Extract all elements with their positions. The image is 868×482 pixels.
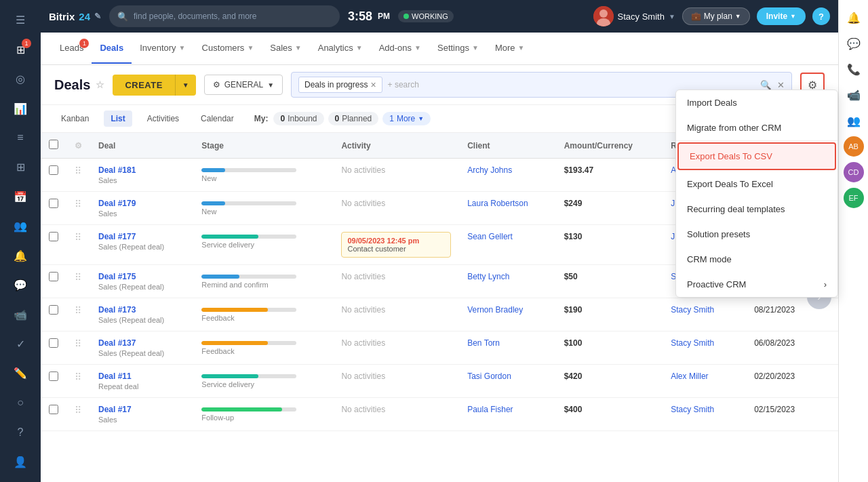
filter-tag-remove-icon[interactable]: ×	[370, 79, 376, 90]
view-activities-button[interactable]: Activities	[140, 111, 186, 127]
rs-chat-icon[interactable]: 💬	[842, 31, 866, 56]
drag-handle-icon[interactable]: ⠿	[75, 405, 81, 416]
drag-handle-icon[interactable]: ⠿	[75, 232, 81, 243]
row-checkbox[interactable]	[49, 232, 58, 241]
deal-link[interactable]: Deal #179	[98, 199, 136, 208]
rs-video-icon[interactable]: 📹	[842, 83, 866, 107]
select-all-checkbox[interactable]	[49, 140, 58, 149]
my-planned-tag[interactable]: 0 Planned	[328, 112, 379, 125]
filter-search-button[interactable]: 🔍	[760, 80, 772, 90]
row-checkbox[interactable]	[49, 272, 58, 281]
dropdown-item-proactive-crm[interactable]: Proactive CRM›	[676, 272, 837, 297]
sidebar-user-icon[interactable]: 👤	[7, 449, 34, 475]
nav-item-settings[interactable]: Settings ▼	[429, 33, 487, 64]
drag-handle-icon[interactable]: ⠿	[75, 371, 81, 382]
sidebar-bell-icon[interactable]: 🔔	[7, 243, 34, 269]
dropdown-item-crm-mode[interactable]: CRM mode	[676, 247, 837, 272]
user-info[interactable]: Stacy Smith ▼	[593, 6, 675, 26]
my-plan-button[interactable]: 💼 My plan ▼	[682, 7, 750, 25]
nav-item-addons[interactable]: Add-ons ▼	[371, 33, 429, 64]
view-list-button[interactable]: List	[104, 111, 132, 127]
client-link[interactable]: Laura Robertson	[467, 199, 528, 208]
deal-link[interactable]: Deal #175	[98, 272, 136, 281]
row-checkbox[interactable]	[49, 165, 58, 175]
dropdown-item-export-excel[interactable]: Export Deals To Excel	[676, 172, 837, 197]
sidebar-menu-icon[interactable]: ☰	[7, 7, 34, 33]
client-link[interactable]: Ben Torn	[467, 338, 500, 348]
deal-link[interactable]: Deal #11	[98, 371, 132, 381]
sidebar-people-icon[interactable]: 👥	[7, 213, 34, 239]
sidebar-chart-icon[interactable]: 📊	[7, 95, 34, 121]
sidebar-video-icon[interactable]: 📹	[7, 301, 34, 327]
row-checkbox[interactable]	[49, 305, 58, 315]
deal-link[interactable]: Deal #177	[98, 232, 136, 241]
row-checkbox[interactable]	[49, 338, 58, 348]
drag-handle-icon[interactable]: ⠿	[75, 338, 81, 349]
general-filter-button[interactable]: ⚙ GENERAL ▼	[204, 75, 283, 95]
nav-item-more[interactable]: More ▼	[487, 33, 533, 64]
responsible-link[interactable]: Stacy Smith	[671, 305, 714, 315]
rs-avatar-1[interactable]: AB	[844, 136, 864, 157]
rs-avatar-3[interactable]: EF	[844, 188, 864, 208]
rs-people-icon[interactable]: 👥	[842, 108, 866, 133]
sidebar-calendar-icon[interactable]: 📅	[7, 184, 34, 210]
nav-item-deals[interactable]: Deals	[92, 33, 132, 64]
row-checkbox[interactable]	[49, 371, 58, 381]
help-button[interactable]: ?	[812, 7, 830, 25]
drag-handle-icon[interactable]: ⠿	[75, 199, 81, 209]
responsible-link[interactable]: Stacy Smith	[671, 338, 714, 348]
invite-button[interactable]: Invite ▼	[757, 7, 806, 25]
row-checkbox[interactable]	[49, 405, 58, 414]
dropdown-item-solution-presets[interactable]: Solution presets	[676, 222, 837, 247]
dropdown-item-export-csv[interactable]: Export Deals To CSV	[677, 142, 836, 170]
sidebar-tasks-icon[interactable]: ✓	[7, 331, 34, 357]
sidebar-circle-icon[interactable]: ○	[7, 390, 34, 416]
dropdown-item-migrate-crm[interactable]: Migrate from other CRM	[676, 115, 837, 140]
dropdown-item-recurring-templates[interactable]: Recurring deal templates	[676, 197, 837, 222]
sidebar-home-icon[interactable]: 1 ⊞	[7, 36, 34, 62]
responsible-link[interactable]: Alex Miller	[671, 371, 708, 381]
filter-close-button[interactable]: ✕	[777, 80, 785, 90]
sidebar-target-icon[interactable]: ◎	[7, 66, 34, 92]
client-link[interactable]: Tasi Gordon	[467, 371, 511, 381]
rs-avatar-2[interactable]: CD	[844, 162, 864, 182]
view-kanban-button[interactable]: Kanban	[54, 111, 96, 127]
deal-link[interactable]: Deal #137	[98, 338, 136, 348]
drag-handle-icon[interactable]: ⠿	[75, 272, 81, 283]
sidebar-help-icon[interactable]: ?	[7, 419, 34, 445]
nav-item-analytics[interactable]: Analytics ▼	[310, 33, 371, 64]
my-more-tag[interactable]: 1 More ▼	[382, 112, 431, 125]
favorite-star-icon[interactable]: ☆	[96, 79, 104, 90]
view-calendar-button[interactable]: Calendar	[194, 111, 241, 127]
drag-handle-icon[interactable]: ⠿	[75, 165, 81, 176]
sidebar-grid-icon[interactable]: ⊞	[7, 154, 34, 180]
search-bar[interactable]: 🔍	[109, 5, 340, 27]
deal-link[interactable]: Deal #181	[98, 165, 136, 175]
nav-item-sales[interactable]: Sales ▼	[262, 33, 309, 64]
app-edit-icon[interactable]: ✎	[94, 12, 101, 21]
sidebar-edit-icon[interactable]: ✏️	[7, 360, 34, 386]
sidebar-chat-icon[interactable]: 💬	[7, 272, 34, 298]
row-checkbox[interactable]	[49, 199, 58, 208]
sidebar-list-icon[interactable]: ≡	[7, 125, 34, 151]
client-link[interactable]: Betty Lynch	[467, 272, 509, 281]
working-badge[interactable]: WORKING	[398, 10, 454, 22]
deal-link[interactable]: Deal #173	[98, 305, 136, 315]
client-link[interactable]: Vernon Bradley	[467, 305, 523, 315]
client-link[interactable]: Sean Gellert	[467, 232, 513, 241]
dropdown-item-import-deals[interactable]: Import Deals	[676, 90, 837, 115]
deal-link[interactable]: Deal #17	[98, 405, 132, 414]
create-dropdown-button[interactable]: ▼	[175, 75, 196, 96]
search-input[interactable]	[134, 12, 332, 21]
responsible-link[interactable]: Stacy Smith	[671, 405, 714, 414]
client-link[interactable]: Paula Fisher	[467, 405, 513, 414]
drag-handle-icon[interactable]: ⠿	[75, 305, 81, 316]
nav-item-customers[interactable]: Customers ▼	[194, 33, 262, 64]
rs-phone-icon[interactable]: 📞	[842, 57, 866, 81]
rs-bell-icon[interactable]: 🔔	[842, 5, 866, 30]
my-inbound-tag[interactable]: 0 Inbound	[273, 112, 323, 125]
nav-item-leads[interactable]: Leads 1	[52, 33, 92, 64]
filter-search-input[interactable]	[388, 80, 755, 89]
create-button[interactable]: CREATE	[113, 75, 174, 96]
client-link[interactable]: Archy Johns	[467, 165, 512, 175]
